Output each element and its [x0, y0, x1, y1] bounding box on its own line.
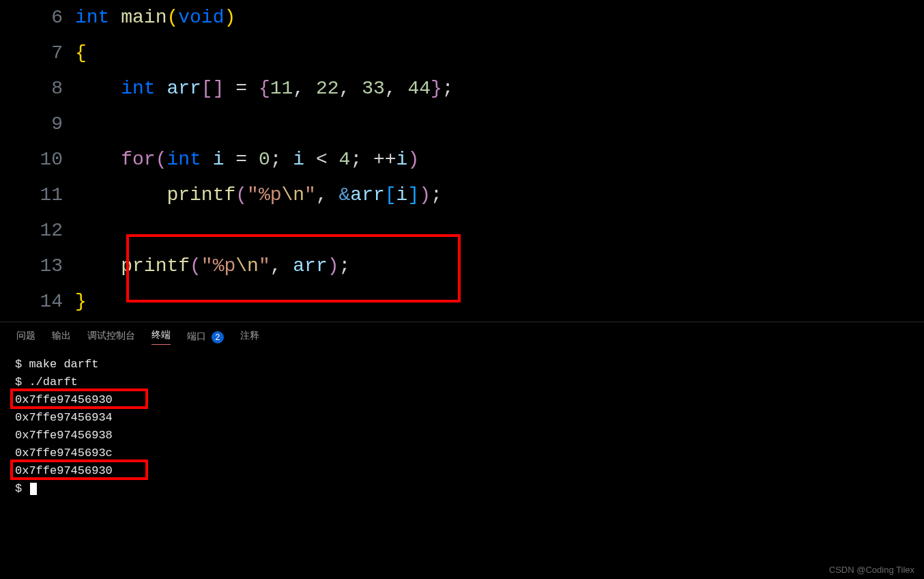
line-number: 14: [0, 284, 75, 320]
terminal-cursor: [30, 483, 37, 495]
panel-tabs: 问题 输出 调试控制台 终端 端口 2 注释: [0, 322, 924, 349]
line-number: 8: [0, 71, 75, 107]
tab-problems[interactable]: 问题: [16, 330, 35, 345]
code-line: 10 for(int i = 0; i < 4; ++i): [0, 142, 924, 178]
terminal-line: $: [15, 480, 909, 498]
terminal-line: 0x7ffe97456938: [15, 427, 909, 444]
code-content: {: [75, 36, 87, 71]
tab-debug-console[interactable]: 调试控制台: [87, 330, 135, 345]
code-line: 12: [0, 213, 924, 249]
code-content: int arr[] = {11, 22, 33, 44};: [75, 71, 454, 107]
line-number: 13: [0, 249, 75, 284]
terminal-line: $ make darft: [15, 356, 909, 373]
code-line: 11 printf("%p\n", &arr[i]);: [0, 178, 924, 213]
line-number: 11: [0, 178, 75, 213]
tab-ports: 端口: [187, 330, 206, 344]
line-number: 12: [0, 213, 75, 249]
ports-badge: 2: [212, 331, 224, 343]
code-content: for(int i = 0; i < 4; ++i): [75, 142, 419, 178]
code-content: }: [75, 284, 87, 320]
code-line: 8 int arr[] = {11, 22, 33, 44};: [0, 71, 924, 107]
terminal-line: 0x7ffe97456934: [15, 409, 909, 427]
line-number: 7: [0, 36, 75, 71]
tab-ports-group[interactable]: 端口 2: [187, 330, 224, 343]
watermark: CSDN @Coding Tilex: [829, 565, 914, 575]
line-number: 10: [0, 142, 75, 178]
terminal-output[interactable]: $ make darft$ ./darft0x7ffe974569300x7ff…: [0, 349, 924, 498]
terminal-line: $ ./darft: [15, 373, 909, 391]
code-content: printf("%p\n", arr);: [75, 249, 350, 284]
terminal-line: 0x7ffe9745693c: [15, 444, 909, 462]
code-line: 14}: [0, 284, 924, 320]
line-number: 6: [0, 0, 75, 36]
bottom-panel: 问题 输出 调试控制台 终端 端口 2 注释 $ make darft$ ./d…: [0, 322, 924, 498]
code-line: 7{: [0, 36, 924, 71]
tab-output[interactable]: 输出: [52, 330, 71, 345]
terminal-line: 0x7ffe97456930: [15, 462, 909, 480]
code-line: 9: [0, 107, 924, 142]
code-line: 13 printf("%p\n", arr);: [0, 249, 924, 284]
code-line: 6int main(void): [0, 0, 924, 36]
tab-comments[interactable]: 注释: [240, 330, 259, 345]
code-editor[interactable]: 6int main(void)7{8 int arr[] = {11, 22, …: [0, 0, 924, 322]
line-number: 9: [0, 107, 75, 142]
code-content: int main(void): [75, 0, 235, 36]
code-content: printf("%p\n", &arr[i]);: [75, 178, 442, 213]
terminal-line: 0x7ffe97456930: [15, 391, 909, 409]
tab-terminal[interactable]: 终端: [151, 329, 171, 345]
